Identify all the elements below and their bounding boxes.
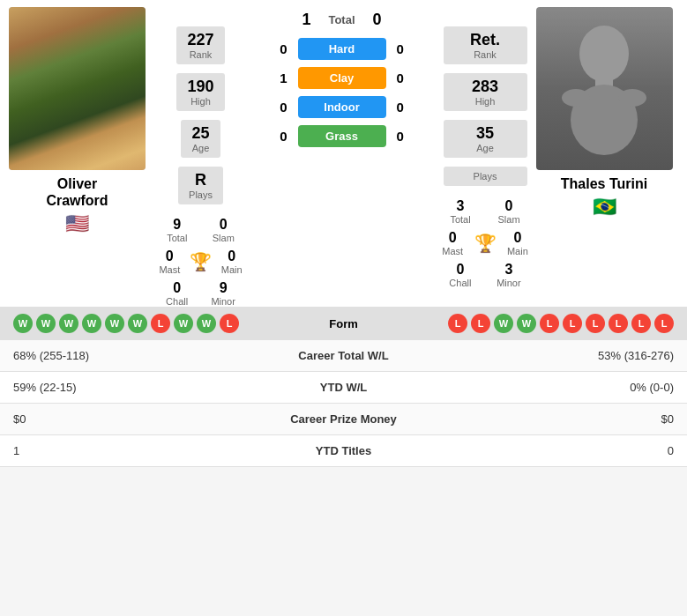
right-chall-value: 0 — [449, 262, 471, 278]
stats-row-2: $0Career Prize Money$0 — [0, 404, 687, 435]
left-high-block: 190 High — [176, 73, 224, 111]
stats-left-3: 1 — [13, 444, 256, 457]
main-container: Oliver Crawford 🇺🇸 227 Rank 190 High 25 … — [0, 0, 687, 467]
left-total-label: Total — [167, 233, 187, 243]
right-age-value: 35 — [454, 124, 517, 143]
right-player-flag: 🇧🇷 — [593, 196, 616, 219]
left-form-badge-9: L — [220, 314, 239, 333]
grass-score-right: 0 — [397, 129, 413, 144]
right-form-badges: LLWWLLLLLL — [402, 314, 675, 333]
hard-score-left: 0 — [272, 41, 287, 56]
left-form-badge-7: W — [174, 314, 193, 333]
stats-right-0: 53% (316-276) — [432, 349, 675, 362]
left-total-block: 9 Total — [167, 217, 187, 243]
clay-score-left: 1 — [272, 71, 287, 85]
left-age-label: Age — [191, 143, 209, 153]
total-score-right: 0 — [373, 11, 382, 29]
right-form-badge-7: L — [609, 314, 628, 333]
right-form-badge-1: L — [471, 314, 490, 333]
left-minor-value: 9 — [211, 280, 235, 296]
right-rank-block: Ret. Rank — [444, 26, 527, 64]
right-main-block: 0 Main — [507, 230, 528, 256]
right-slam-block: 0 Slam — [498, 198, 520, 225]
left-mast-block: 0 Mast — [159, 249, 180, 275]
left-total-value: 9 — [167, 217, 187, 233]
left-rank-block: 227 Rank — [176, 26, 224, 64]
right-high-label: High — [454, 96, 517, 107]
right-form-badge-8: L — [631, 314, 651, 333]
right-main-value: 0 — [507, 230, 528, 246]
left-mast-label: Mast — [159, 264, 180, 275]
right-high-block: 283 High — [444, 73, 527, 111]
left-main-value: 0 — [221, 249, 243, 264]
left-age-block: 25 Age — [181, 120, 220, 158]
stats-right-2: $0 — [432, 412, 675, 426]
left-rank-value: 227 — [187, 31, 213, 49]
right-minor-block: 3 Minor — [497, 262, 521, 288]
right-chall-block: 0 Chall — [449, 262, 471, 288]
right-total-label: Total — [450, 214, 470, 225]
right-player-silhouette-svg — [560, 14, 648, 164]
left-chall-value: 0 — [166, 280, 188, 296]
left-trophy-icon: 🏆 — [190, 251, 212, 272]
left-minor-label: Minor — [211, 296, 235, 307]
right-high-value: 283 — [454, 78, 517, 96]
hard-surface-btn[interactable]: Hard — [298, 38, 386, 60]
left-plays-label: Plays — [189, 189, 213, 200]
left-mast-value: 0 — [159, 249, 180, 264]
right-mast-value: 0 — [442, 230, 463, 246]
stats-left-2: $0 — [13, 412, 256, 426]
right-slam-label: Slam — [498, 214, 520, 225]
stats-right-3: 0 — [432, 444, 675, 457]
form-section: WWWWWWLWWL Form LLWWLLLLLL — [0, 307, 687, 340]
left-slam-block: 0 Slam — [213, 217, 235, 243]
right-rank-label: Rank — [454, 49, 517, 60]
right-form-badge-3: W — [517, 314, 536, 333]
stats-left-0: 68% (255-118) — [13, 349, 256, 362]
right-minor-label: Minor — [497, 278, 521, 288]
indoor-score-right: 0 — [397, 100, 413, 115]
right-form-badge-5: L — [563, 314, 582, 333]
stats-center-2: Career Prize Money — [256, 412, 432, 426]
hard-score-right: 0 — [397, 41, 413, 56]
right-mast-label: Mast — [442, 246, 463, 256]
left-player-card: Oliver Crawford 🇺🇸 — [0, 0, 154, 307]
total-label: Total — [328, 13, 355, 26]
left-form-badge-3: W — [82, 314, 101, 333]
right-form-badge-0: L — [448, 314, 467, 333]
left-chall-label: Chall — [166, 296, 188, 307]
right-slam-value: 0 — [498, 198, 520, 214]
right-player-photo — [536, 7, 673, 170]
left-form-badge-5: W — [128, 314, 147, 333]
center-surfaces-col: 1 Total 0 0 Hard 0 1 Clay 0 0 Indoor 0 — [247, 0, 437, 307]
left-plays-block: R Plays — [178, 167, 223, 204]
left-form-badge-6: L — [151, 314, 170, 333]
left-player-name: Oliver Crawford — [46, 175, 108, 209]
stats-center-1: YTD W/L — [256, 381, 432, 394]
right-plays-label: Plays — [454, 171, 517, 182]
clay-surface-btn[interactable]: Clay — [298, 67, 386, 89]
left-form-badge-4: W — [105, 314, 124, 333]
left-form-badge-0: W — [13, 314, 33, 333]
grass-score-left: 0 — [272, 129, 287, 144]
stats-row-0: 68% (255-118)Career Total W/L53% (316-27… — [0, 340, 687, 372]
right-trophy-icon: 🏆 — [474, 233, 497, 254]
form-label: Form — [291, 317, 397, 330]
left-rank-label: Rank — [187, 49, 213, 60]
left-plays-value: R — [189, 171, 213, 189]
left-minor-block: 9 Minor — [211, 280, 235, 307]
grass-surface-btn[interactable]: Grass — [298, 125, 386, 147]
stats-row-3: 1YTD Titles0 — [0, 435, 687, 467]
left-form-badges: WWWWWWLWWL — [13, 314, 286, 333]
right-total-value: 3 — [450, 198, 470, 214]
indoor-surface-btn[interactable]: Indoor — [298, 96, 386, 118]
left-player-photo — [9, 7, 146, 170]
left-high-label: High — [187, 96, 213, 107]
right-age-label: Age — [454, 143, 517, 153]
right-player-name: Thales Turini — [561, 175, 647, 192]
stats-left-1: 59% (22-15) — [13, 381, 256, 394]
left-stats-col: 227 Rank 190 High 25 Age R Plays 9 T — [154, 0, 247, 307]
svg-point-4 — [618, 89, 646, 107]
players-row: Oliver Crawford 🇺🇸 227 Rank 190 High 25 … — [0, 0, 687, 307]
right-form-badge-2: W — [494, 314, 513, 333]
